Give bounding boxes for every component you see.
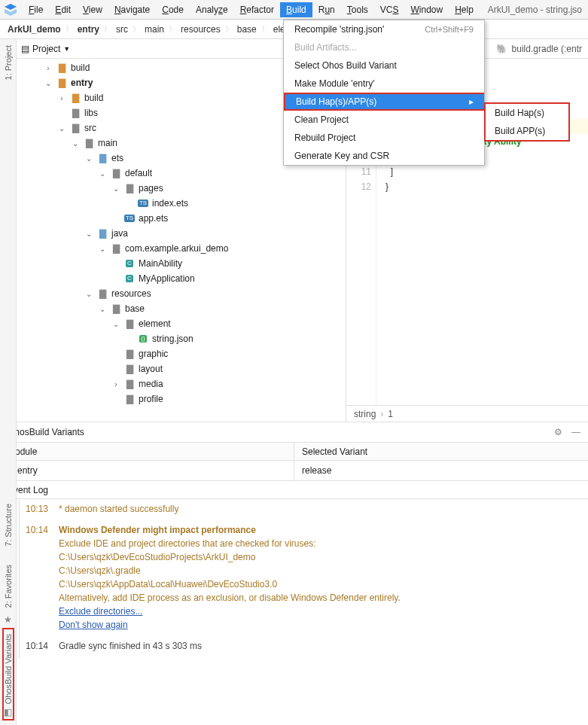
- chevron-right-icon: 〉: [133, 24, 140, 35]
- menu-analyze[interactable]: Analyze: [190, 2, 234, 17]
- crumb-entry[interactable]: entry: [78, 24, 99, 35]
- folder-icon: ▇: [123, 363, 136, 375]
- crumb-src[interactable]: src: [116, 24, 128, 35]
- chevron-right-icon: ›: [380, 409, 383, 419]
- tree-java[interactable]: ⌄▇java: [17, 226, 346, 241]
- col-module: Module: [0, 443, 294, 461]
- chevron-down-icon: ▼: [63, 45, 70, 53]
- event-link[interactable]: Exclude directories...: [59, 606, 582, 617]
- folder-icon: ▇: [96, 288, 108, 300]
- folder-icon: ▇: [56, 77, 68, 89]
- menu-clean-project[interactable]: Clean Project: [284, 111, 484, 129]
- bc-string[interactable]: string: [354, 409, 376, 419]
- crumb-main[interactable]: main: [145, 24, 164, 35]
- variants-icon: ◧: [4, 707, 12, 717]
- menu-run[interactable]: Run: [312, 2, 341, 17]
- menu-rebuild-project[interactable]: Rebuild Project: [284, 129, 484, 147]
- gradle-icon: 🐘: [496, 44, 507, 54]
- tree-profile[interactable]: ▇profile: [17, 391, 346, 407]
- tab-ohos-build-variants[interactable]: OhosBuild Variants: [4, 631, 13, 707]
- tree-base[interactable]: ⌄▇base: [17, 301, 346, 316]
- tree-resources[interactable]: ⌄▇resources: [17, 286, 346, 301]
- build-dropdown-menu: Recompile 'string.json'Ctrl+Shift+F9 Bui…: [283, 20, 485, 166]
- submenu-build-haps[interactable]: Build Hap(s): [486, 104, 568, 122]
- project-icon: ▤: [21, 44, 29, 54]
- event-msg: C:\Users\qzk\DevEcoStudioProjects\ArkUI_…: [59, 552, 582, 562]
- app-logo: [3, 2, 18, 17]
- event-msg: C:\Users\qzk\.gradle: [59, 565, 582, 576]
- event-msg: Exclude IDE and project directories that…: [59, 538, 582, 549]
- hide-icon[interactable]: —: [571, 427, 580, 437]
- menu-build[interactable]: Build: [280, 2, 312, 17]
- event-link[interactable]: Don't show again: [59, 620, 582, 630]
- json-file-icon: {}: [137, 333, 149, 345]
- submenu-build-apps[interactable]: Build APP(s): [486, 122, 568, 140]
- menu-help[interactable]: Help: [449, 2, 480, 17]
- menu-select-variant[interactable]: Select Ohos Build Variant: [284, 56, 484, 75]
- menu-bar: File Edit View Navigate Code Analyze Ref…: [0, 0, 588, 20]
- chevron-right-icon: 〉: [225, 24, 233, 35]
- tree-index-ets[interactable]: TSindex.ets: [17, 196, 346, 211]
- tree-default[interactable]: ⌄▇default: [17, 166, 346, 181]
- event-time: 10:14: [26, 641, 59, 651]
- left-tool-strip: 1: Project: [0, 39, 17, 422]
- event-msg: Gradle sync finished in 43 s 303 ms: [59, 641, 582, 651]
- menu-recompile[interactable]: Recompile 'string.json'Ctrl+Shift+F9: [284, 20, 484, 38]
- crumb-base[interactable]: base: [237, 24, 257, 35]
- folder-icon: ▇: [123, 378, 136, 390]
- tree-pages[interactable]: ⌄▇pages: [17, 181, 346, 196]
- event-log-content: 10:13* daemon started successfully 10:14…: [20, 499, 588, 659]
- chevron-right-icon: 〉: [66, 24, 73, 35]
- class-icon: C: [123, 257, 136, 270]
- menu-view[interactable]: View: [77, 2, 108, 17]
- folder-icon: ▇: [96, 227, 108, 239]
- menu-file[interactable]: File: [23, 2, 49, 17]
- ohos-build-variants-panel: OhosBuild Variants ⚙ — Module ▇entry Sel…: [0, 422, 588, 481]
- menu-code[interactable]: Code: [156, 2, 190, 17]
- ts-file-icon: TS: [123, 212, 136, 224]
- package-icon: ▇: [110, 242, 122, 254]
- tree-mainability[interactable]: CMainAbility: [17, 256, 346, 271]
- menu-build-haps-apps[interactable]: Build Hap(s)/APP(s)▸: [284, 93, 484, 111]
- event-msg: C:\Users\qzk\AppData\Local\Huawei\DevEco…: [59, 579, 582, 589]
- tree-graphic[interactable]: ▇graphic: [17, 346, 346, 361]
- gear-icon[interactable]: ⚙: [554, 427, 562, 437]
- tree-media[interactable]: ›▇media: [17, 376, 346, 391]
- tab-structure[interactable]: 7: Structure: [4, 501, 13, 550]
- menu-refactor[interactable]: Refactor: [234, 2, 280, 17]
- bc-1[interactable]: 1: [388, 409, 393, 419]
- tab-build-gradle[interactable]: build.gradle (:entr: [512, 44, 582, 54]
- menu-make-module[interactable]: Make Module 'entry': [284, 75, 484, 93]
- chevron-right-icon: 〉: [169, 24, 176, 35]
- tree-myapplication[interactable]: CMyApplication: [17, 271, 346, 286]
- event-time: 10:13: [26, 504, 59, 514]
- menu-vcs[interactable]: VCS: [374, 2, 405, 17]
- cell-entry[interactable]: ▇entry: [0, 461, 294, 480]
- folder-icon: ▇: [56, 62, 68, 74]
- tree-element[interactable]: ⌄▇element: [17, 316, 346, 331]
- variants-table: Module ▇entry Selected Variant release: [0, 442, 588, 480]
- event-log-title: Event Log: [0, 481, 588, 499]
- event-time: 10:14: [26, 525, 59, 535]
- crumb-root[interactable]: ArkUI_demo: [8, 24, 61, 35]
- folder-icon: ▇: [69, 92, 81, 104]
- cell-release[interactable]: release: [294, 461, 588, 480]
- menu-build-artifacts: Build Artifacts...: [284, 38, 484, 56]
- tab-favorites[interactable]: 2: Favorites: [4, 562, 13, 611]
- chevron-right-icon: 〉: [104, 24, 111, 35]
- folder-icon: ▇: [83, 137, 95, 149]
- tree-layout[interactable]: ▇layout: [17, 361, 346, 376]
- menu-tools[interactable]: Tools: [341, 2, 374, 17]
- tree-app-ets[interactable]: TSapp.ets: [17, 211, 346, 226]
- tab-project[interactable]: 1: Project: [4, 42, 13, 83]
- menu-generate-key[interactable]: Generate Key and CSR: [284, 147, 484, 165]
- menu-edit[interactable]: Edit: [49, 2, 77, 17]
- crumb-resources[interactable]: resources: [181, 24, 221, 35]
- tree-pkg[interactable]: ⌄▇com.example.arkui_demo: [17, 241, 346, 256]
- menu-window[interactable]: Window: [404, 2, 449, 17]
- menu-navigate[interactable]: Navigate: [108, 2, 156, 17]
- folder-icon: ▇: [123, 393, 136, 405]
- tab-ohos-build-variants-highlighted: OhosBuild Variants ◧: [2, 628, 14, 720]
- project-view-selector[interactable]: ▤ Project ▼: [21, 44, 70, 54]
- tree-string-json[interactable]: {}string.json: [17, 331, 346, 346]
